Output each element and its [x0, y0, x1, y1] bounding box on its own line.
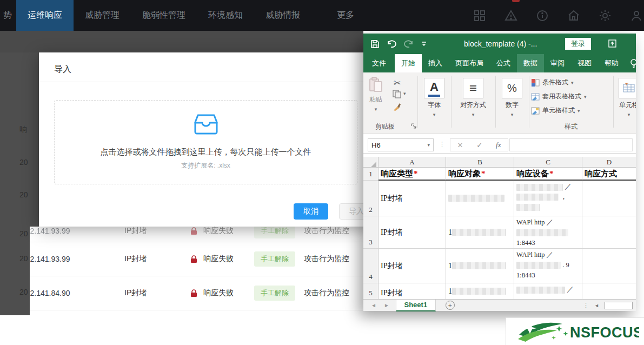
select-all-corner[interactable]	[363, 157, 379, 168]
manual-release-badge[interactable]: 手工解除	[254, 286, 295, 301]
horizontal-scrollbar[interactable]	[605, 302, 633, 309]
cell-b4[interactable]: 1	[446, 249, 514, 283]
alert-triangle-icon[interactable]	[504, 9, 517, 22]
cell-c3[interactable]: WAPl http ／ 1:8443	[514, 216, 582, 249]
cell-c1[interactable]: 响应设备*	[514, 168, 582, 181]
row-number[interactable]: 4	[363, 249, 379, 283]
nav-item-threat-intel[interactable]: 威胁情报	[254, 0, 311, 31]
manual-release-badge[interactable]: 手工解除	[254, 251, 295, 267]
excel-titlebar[interactable]: block_template (4) -... 登录	[363, 34, 636, 54]
cell-a3[interactable]: IP封堵	[379, 216, 446, 249]
cancel-button[interactable]: 取消	[294, 203, 328, 220]
cell-d3[interactable]	[582, 216, 636, 249]
cell-c2[interactable]: ／ ，	[514, 181, 582, 216]
footer-panel: NSFOCUS	[506, 317, 644, 345]
apps-grid-icon[interactable]	[473, 9, 486, 22]
cell-c5[interactable]: ／	[514, 283, 582, 299]
nav-item-more[interactable]: 更多	[326, 0, 366, 31]
format-as-table-button[interactable]: 套用表格格式 ▾	[531, 92, 587, 101]
sheet-tab-bar: ◄ ► Sheet1 + ⋮ ◄	[363, 299, 636, 311]
dim-table-header-fragment: 响	[19, 125, 27, 135]
tab-file[interactable]: 文件	[363, 54, 395, 72]
tab-help[interactable]: 帮助	[598, 54, 625, 72]
cell-d2[interactable]	[582, 181, 636, 216]
hscroll-left-icon[interactable]: ◄	[594, 303, 599, 308]
cell-a2[interactable]: IP封堵	[379, 181, 446, 216]
cell-a1[interactable]: 响应类型*	[379, 168, 446, 181]
sheet-prev-icon[interactable]: ◄	[371, 302, 376, 308]
nav-item-env-awareness[interactable]: 环境感知	[197, 0, 254, 31]
restore-window-icon[interactable]	[608, 39, 617, 48]
col-header-a[interactable]: A	[379, 157, 446, 168]
save-icon[interactable]	[370, 39, 380, 49]
col-header-c[interactable]: C	[514, 157, 582, 168]
dim-row-fragment: 20	[19, 190, 28, 199]
cell-b1[interactable]: 响应对象*	[446, 168, 514, 181]
tab-home[interactable]: 开始	[395, 54, 422, 72]
nav-item-partial[interactable]: 势	[0, 0, 16, 31]
undo-icon[interactable]	[386, 39, 397, 48]
table-row[interactable]: 202.141.84.90 IP封堵 响应失败 手工解除 攻击行为监控	[0, 276, 363, 310]
tab-review[interactable]: 审阅	[544, 54, 571, 72]
cell-a4[interactable]: IP封堵	[379, 249, 446, 283]
tab-data[interactable]: 数据	[517, 54, 544, 72]
cell-b3[interactable]: 1	[446, 216, 514, 249]
table-row[interactable]: 202.141.93.99 IP封堵 响应失败 手工解除 攻击行为监控	[0, 242, 363, 276]
cell-d4[interactable]	[582, 249, 636, 283]
cf-dropdown-caret: ▾	[571, 80, 574, 85]
col-header-d[interactable]: D	[582, 157, 636, 168]
settings-gear-icon[interactable]	[599, 9, 612, 22]
sheet-next-icon[interactable]: ►	[384, 302, 389, 308]
home-icon[interactable]	[567, 9, 580, 22]
tab-formulas[interactable]: 公式	[490, 54, 517, 72]
cell-styles-button[interactable]: 单元格样式 ▾	[531, 106, 580, 115]
file-dropzone[interactable]: 点击选择或将文件拖拽到这里上传，每次只能上传一个文件 支持扩展名: .xlsx	[54, 100, 357, 184]
cells-group-button[interactable]: 单元格 ▾	[616, 78, 636, 117]
sheetbar-ellipsis-icon[interactable]: ⋮	[583, 302, 589, 309]
row-number[interactable]: 3	[363, 216, 379, 249]
dropzone-instruction: 点击选择或将文件拖拽到这里上传，每次只能上传一个文件	[101, 147, 311, 157]
cell-b2[interactable]	[446, 181, 514, 216]
insert-function-icon[interactable]: fx	[496, 141, 501, 149]
cell-b5[interactable]: 1	[446, 283, 514, 299]
col-header-b[interactable]: B	[446, 157, 514, 168]
modal-overlay-top	[0, 31, 363, 52]
format-painter-icon[interactable]	[393, 103, 401, 113]
cell-c4[interactable]: WAPl http ／ . 9 1:8443	[514, 249, 582, 283]
new-sheet-icon[interactable]: +	[446, 301, 455, 310]
row-number[interactable]: 5	[363, 283, 379, 299]
cell-d5[interactable]	[582, 283, 636, 299]
logo-text: NSFOCUS	[570, 324, 639, 341]
formula-input[interactable]	[509, 138, 633, 151]
number-group-button[interactable]: % 数字 ▾	[500, 78, 525, 117]
nav-item-ops-response[interactable]: 运维响应	[16, 0, 74, 31]
customize-qat-icon[interactable]	[421, 41, 427, 47]
tab-view[interactable]: 视图	[571, 54, 598, 72]
row-number[interactable]: 2	[363, 181, 379, 216]
tab-insert[interactable]: 插入	[422, 54, 449, 72]
required-asterisk: *	[481, 169, 486, 178]
clipboard-dialog-launcher-icon[interactable]	[411, 122, 416, 130]
cut-icon[interactable]: ✂	[394, 78, 401, 88]
copy-icon[interactable]	[393, 90, 401, 100]
user-icon[interactable]	[630, 9, 643, 22]
sheet-tab-sheet1[interactable]: Sheet1	[396, 300, 436, 311]
tab-page-layout[interactable]: 页面布局	[449, 54, 490, 72]
row-number[interactable]: 1	[363, 168, 379, 181]
cell-a5[interactable]: IP封堵	[379, 283, 446, 299]
type-cell: IP封堵	[124, 288, 147, 298]
font-group-button[interactable]: A 字体 ▾	[422, 78, 447, 117]
name-box[interactable]: H6 ▾	[368, 138, 434, 151]
nav-item-vuln-mgmt[interactable]: 脆弱性管理	[131, 0, 197, 31]
nav-item-threat-mgmt[interactable]: 威胁管理	[74, 0, 131, 31]
login-button[interactable]: 登录	[565, 38, 591, 50]
alignment-group-button[interactable]: ≡ 对齐方式 ▾	[455, 78, 491, 117]
conditional-formatting-button[interactable]: 条件格式 ▾	[531, 78, 574, 87]
redo-icon[interactable]	[403, 39, 414, 48]
tell-me-lightbulb-icon[interactable]	[625, 54, 636, 72]
paste-button[interactable]: 粘贴 ▾	[369, 77, 383, 112]
info-circle-icon[interactable]	[536, 9, 549, 22]
confirm-entry-icon[interactable]: ✓	[476, 141, 482, 149]
cancel-entry-icon[interactable]: ✕	[457, 141, 463, 149]
cell-d1[interactable]: 响应方式	[582, 168, 636, 181]
